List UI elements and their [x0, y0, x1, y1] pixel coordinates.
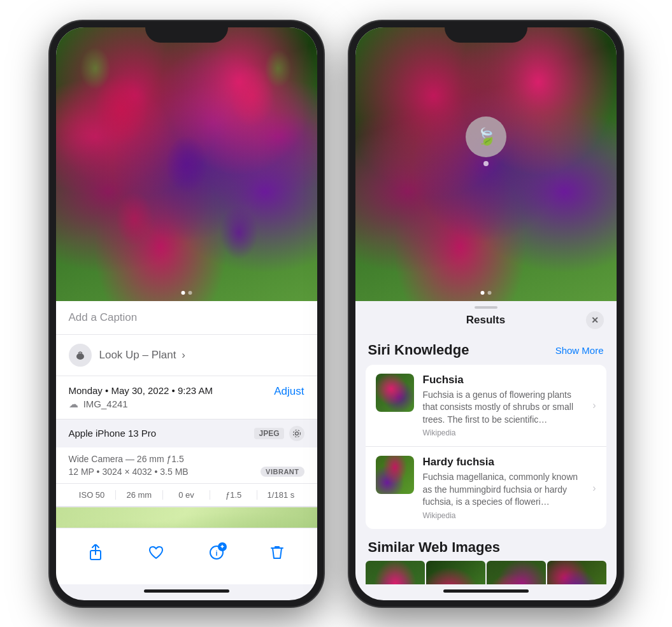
date-section: Monday • May 30, 2022 • 9:23 AM ☁ IMG_42… — [56, 376, 317, 419]
exif-focal: 26 mm — [116, 490, 163, 500]
badge-row: JPEG — [254, 426, 304, 441]
svg-text:i: i — [216, 549, 218, 556]
fuchsia-thumbnail — [376, 374, 414, 412]
right-dot-indicator — [480, 291, 491, 295]
results-panel: Results ✕ Siri Knowledge Show More Fuchs… — [355, 301, 617, 584]
share-button[interactable] — [82, 539, 110, 567]
device-header: Apple iPhone 13 Pro JPEG — [56, 419, 317, 447]
right-dot-2 — [487, 291, 491, 295]
lookup-label: Look Up – — [99, 349, 149, 361]
svg-point-0 — [76, 353, 84, 360]
camera-type: Wide Camera — 26 mm ƒ1.5 — [69, 454, 304, 464]
fuchsia-chevron-icon: › — [592, 400, 596, 411]
siri-leaf-icon: 🍃 — [474, 125, 497, 148]
hardy-title: Hardy fuchsia — [423, 456, 584, 468]
lookup-text: Look Up – Plant › — [99, 349, 185, 362]
right-screen: 🍃 Results ✕ — [355, 27, 617, 600]
results-title: Results — [386, 314, 586, 327]
hardy-description: Fuchsia magellanica, commonly known as t… — [423, 471, 584, 509]
knowledge-card: Fuchsia Fuchsia is a genus of flowering … — [366, 365, 606, 530]
lookup-subject: Plant — [152, 349, 176, 361]
info-section: Add a Caption Look Up – Plant › — [56, 301, 317, 528]
map-area[interactable] — [56, 507, 317, 528]
exif-row: ISO 50 26 mm 0 ev ƒ1.5 1/181 s — [56, 484, 317, 507]
close-button[interactable]: ✕ — [586, 311, 604, 329]
flower-image — [56, 27, 317, 301]
fuchsia-text: Fuchsia Fuchsia is a genus of flowering … — [423, 374, 584, 438]
fuchsia-source: Wikipedia — [423, 428, 584, 437]
left-screen: Add a Caption Look Up – Plant › — [56, 27, 317, 600]
info-badge: ✦ — [218, 542, 227, 551]
svg-point-1 — [295, 432, 298, 435]
siri-lookup-circle[interactable]: 🍃 — [466, 116, 506, 157]
right-dot-1 — [480, 291, 484, 295]
similar-image-1[interactable] — [366, 561, 425, 584]
siri-knowledge-header: Siri Knowledge Show More — [355, 337, 617, 365]
similar-image-3[interactable] — [487, 561, 546, 584]
hardy-chevron-icon: › — [592, 483, 596, 494]
svg-point-2 — [293, 430, 300, 437]
siri-dot — [483, 161, 489, 166]
similar-label: Similar Web Images — [355, 534, 513, 561]
adjust-button[interactable]: Adjust — [274, 385, 304, 398]
caption-area[interactable]: Add a Caption — [56, 301, 317, 335]
knowledge-item-fuchsia[interactable]: Fuchsia Fuchsia is a genus of flowering … — [366, 365, 606, 447]
results-header: Results ✕ — [355, 301, 617, 337]
favorite-button[interactable] — [142, 539, 170, 567]
phone-notch — [145, 21, 228, 43]
date-info: Monday • May 30, 2022 • 9:23 AM ☁ IMG_42… — [69, 385, 213, 410]
cloud-icon: ☁ — [69, 398, 78, 409]
date-value: Monday • May 30, 2022 • 9:23 AM — [69, 385, 213, 396]
dot-1 — [181, 291, 185, 295]
exif-aperture: ƒ1.5 — [210, 490, 257, 500]
exif-iso: ISO 50 — [69, 490, 116, 500]
device-section: Apple iPhone 13 Pro JPEG — [56, 419, 317, 507]
filename: ☁ IMG_4241 — [69, 398, 213, 410]
left-phone: Add a Caption Look Up – Plant › — [50, 21, 324, 607]
similar-section: Similar Web Images — [355, 534, 617, 584]
vibrant-badge: VIBRANT — [261, 467, 304, 477]
dot-2 — [188, 291, 192, 295]
info-button[interactable]: i ✦ — [203, 539, 231, 567]
siri-knowledge-label: Siri Knowledge — [355, 337, 482, 365]
dot-indicator — [181, 291, 192, 295]
home-indicator — [144, 589, 229, 593]
caption-placeholder[interactable]: Add a Caption — [69, 311, 138, 323]
lookup-row[interactable]: Look Up – Plant › — [56, 335, 317, 376]
format-badge: JPEG — [254, 428, 283, 439]
knowledge-item-hardy[interactable]: Hardy fuchsia Fuchsia magellanica, commo… — [366, 447, 606, 529]
hardy-source: Wikipedia — [423, 511, 584, 520]
right-home-indicator — [443, 589, 529, 593]
fuchsia-title: Fuchsia — [423, 374, 584, 386]
lookup-icon — [69, 344, 92, 367]
right-phone-notch — [445, 21, 527, 43]
similar-image-2[interactable] — [426, 561, 485, 584]
chevron-right-icon: › — [182, 349, 185, 361]
delete-button[interactable] — [263, 539, 291, 567]
exif-shutter: 1/181 s — [257, 490, 304, 500]
camera-row2: 12 MP • 3024 × 4032 • 3.5 MB VIBRANT — [69, 467, 304, 477]
device-name: Apple iPhone 13 Pro — [69, 428, 157, 439]
similar-images-row — [355, 561, 617, 584]
right-photo-area: 🍃 — [355, 27, 617, 301]
drag-handle — [475, 306, 497, 309]
date-text: Monday • May 30, 2022 • 9:23 AM — [69, 385, 213, 396]
camera-details: Wide Camera — 26 mm ƒ1.5 12 MP • 3024 × … — [56, 447, 317, 484]
right-phone: 🍃 Results ✕ — [349, 21, 623, 607]
filename-text: IMG_4241 — [83, 398, 128, 409]
photo-area[interactable] — [56, 27, 317, 301]
similar-image-4[interactable] — [547, 561, 606, 584]
camera-specs: 12 MP • 3024 × 4032 • 3.5 MB — [69, 467, 189, 477]
bottom-toolbar: i ✦ — [56, 528, 317, 584]
fuchsia-description: Fuchsia is a genus of flowering plants t… — [423, 389, 584, 426]
exif-ev: 0 ev — [163, 490, 210, 500]
show-more-button[interactable]: Show More — [555, 345, 617, 356]
settings-icon[interactable] — [289, 426, 304, 441]
hardy-text: Hardy fuchsia Fuchsia magellanica, commo… — [423, 456, 584, 520]
hardy-thumbnail — [376, 456, 414, 494]
